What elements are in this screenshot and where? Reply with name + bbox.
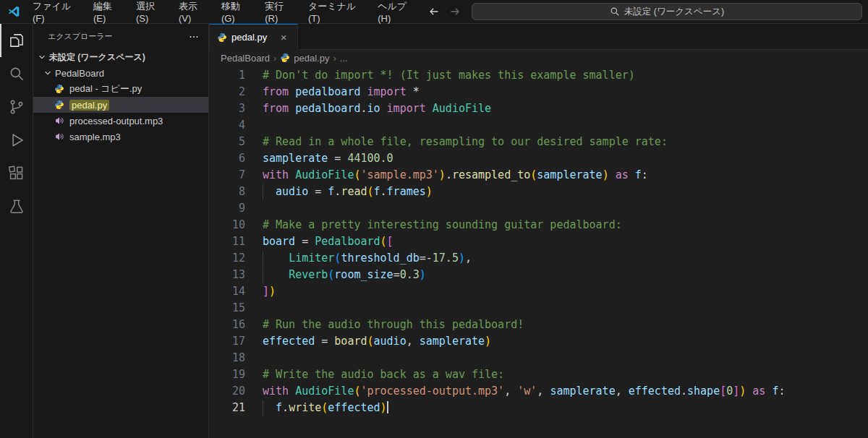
code-line-text: ]) xyxy=(245,283,276,300)
line-number[interactable]: 5 xyxy=(209,134,245,150)
code-line[interactable]: 4 xyxy=(209,117,868,134)
code-line-text: effected = board(audio, samplerate) xyxy=(245,333,491,350)
line-number[interactable]: 8 xyxy=(209,184,245,200)
indent-guide xyxy=(263,267,263,283)
more-actions-icon[interactable] xyxy=(188,31,200,43)
code-line[interactable]: 20with AudioFile('processed-output.mp3',… xyxy=(209,383,868,400)
line-number[interactable]: 7 xyxy=(209,167,245,184)
menu-edit[interactable]: 編集(E) xyxy=(87,0,129,23)
vscode-logo-icon xyxy=(7,5,20,18)
line-number[interactable]: 15 xyxy=(209,300,245,317)
line-number[interactable]: 20 xyxy=(209,383,245,400)
code-line-text: # Make a pretty interesting sounding gui… xyxy=(245,217,622,233)
file-item[interactable]: sample.mp3 xyxy=(33,129,208,145)
line-number[interactable]: 9 xyxy=(209,200,245,217)
editor-area: pedal.py × PedalBoard › pedal.py › ... 1… xyxy=(209,24,868,438)
menu-run[interactable]: 実行(R) xyxy=(258,0,302,23)
code-line[interactable]: 5# Read in a whole file, resampling to o… xyxy=(209,134,868,150)
code-line-text xyxy=(245,200,263,217)
line-number[interactable]: 12 xyxy=(209,250,245,267)
activity-run-debug[interactable] xyxy=(0,124,33,157)
line-number[interactable]: 1 xyxy=(209,67,245,84)
line-number[interactable]: 16 xyxy=(209,317,245,333)
code-line[interactable]: 21 f.write(effected) xyxy=(209,400,868,416)
file-name: pedal - コピー.py xyxy=(69,82,142,95)
activity-extensions[interactable] xyxy=(0,157,33,190)
file-item[interactable]: pedal - コピー.py xyxy=(33,81,208,97)
code-line[interactable]: 3from pedalboard.io import AudioFile xyxy=(209,100,868,117)
code-line[interactable]: 11board = Pedalboard([ xyxy=(209,233,868,250)
run-icon xyxy=(7,131,26,150)
code-line-text: from pedalboard import * xyxy=(245,84,420,100)
text-cursor xyxy=(387,401,388,413)
code-line[interactable]: 8 audio = f.read(f.frames) xyxy=(209,184,868,200)
line-number[interactable]: 4 xyxy=(209,117,245,134)
back-arrow-icon[interactable] xyxy=(426,3,443,20)
code-line[interactable]: 18 xyxy=(209,350,868,366)
python-icon xyxy=(217,33,227,43)
code-line-text: # Write the audio back as a wav file: xyxy=(245,366,504,383)
menu-file[interactable]: ファイル(F) xyxy=(26,0,87,23)
search-icon xyxy=(7,64,26,83)
line-number[interactable]: 3 xyxy=(209,100,245,117)
code-line[interactable]: 13 Reverb(room_size=0.3) xyxy=(209,267,868,283)
menu-go[interactable]: 移動(G) xyxy=(215,0,258,23)
code-line[interactable]: 15 xyxy=(209,300,868,317)
code-line-text: board = Pedalboard([ xyxy=(245,233,393,250)
code-line[interactable]: 7with AudioFile('sample.mp3').resampled_… xyxy=(209,167,868,184)
breadcrumb-file[interactable]: pedal.py xyxy=(294,53,329,64)
code-line-text xyxy=(245,350,263,366)
code-line[interactable]: 12 Limiter(threshold_db=-17.5), xyxy=(209,250,868,267)
code-line[interactable]: 6samplerate = 44100.0 xyxy=(209,150,868,167)
file-name: sample.mp3 xyxy=(69,132,121,142)
code-line-text: with AudioFile('sample.mp3').resampled_t… xyxy=(245,167,648,184)
code-line[interactable]: 17effected = board(audio, samplerate) xyxy=(209,333,868,350)
code-line[interactable]: 10# Make a pretty interesting sounding g… xyxy=(209,217,868,233)
line-number[interactable]: 19 xyxy=(209,366,245,383)
line-number[interactable]: 21 xyxy=(209,400,245,416)
tab-pedal-py[interactable]: pedal.py × xyxy=(209,24,298,50)
file-item[interactable]: processed-output.mp3 xyxy=(33,113,208,129)
line-number[interactable]: 2 xyxy=(209,84,245,100)
menu-view[interactable]: 表示(V) xyxy=(172,0,215,23)
code-line[interactable]: 1# Don't do import *! (It just makes thi… xyxy=(209,67,868,84)
menu-selection[interactable]: 選択(S) xyxy=(129,0,172,23)
code-line[interactable]: 19# Write the audio back as a wav file: xyxy=(209,366,868,383)
code-line[interactable]: 14]) xyxy=(209,283,868,300)
code-line[interactable]: 16# Run the audio through this pedalboar… xyxy=(209,317,868,333)
code-line-text: with AudioFile('processed-output.mp3', '… xyxy=(245,383,786,400)
explorer-icon xyxy=(7,31,26,50)
line-number[interactable]: 13 xyxy=(209,267,245,283)
activity-source-control[interactable] xyxy=(0,90,33,124)
menu-help[interactable]: ヘルプ(H) xyxy=(371,0,424,23)
line-number[interactable]: 11 xyxy=(209,233,245,250)
command-center-label: 未設定 (ワークスペース) xyxy=(624,6,724,18)
code-line-text: f.write(effected) xyxy=(245,400,388,416)
code-area: 1# Don't do import *! (It just makes thi… xyxy=(209,66,868,416)
menu-terminal[interactable]: ターミナル(T) xyxy=(302,0,371,23)
line-number[interactable]: 10 xyxy=(209,217,245,233)
command-center[interactable]: 未設定 (ワークスペース) xyxy=(472,3,862,20)
line-number[interactable]: 14 xyxy=(209,283,245,300)
scm-icon xyxy=(7,98,26,116)
line-number[interactable]: 17 xyxy=(209,333,245,350)
line-number[interactable]: 6 xyxy=(209,150,245,167)
close-icon[interactable]: × xyxy=(277,31,290,43)
file-list: pedal - コピー.pypedal.pyprocessed-output.m… xyxy=(33,81,208,145)
workspace-root[interactable]: 未設定 (ワークスペース) xyxy=(33,49,208,65)
code-line[interactable]: 9 xyxy=(209,200,868,217)
breadcrumb-symbol[interactable]: ... xyxy=(340,53,348,64)
code-line-text: from pedalboard.io import AudioFile xyxy=(245,100,491,117)
line-number[interactable]: 18 xyxy=(209,350,245,366)
chevron-down-icon xyxy=(42,67,54,79)
code-line-text: Limiter(threshold_db=-17.5), xyxy=(245,250,472,267)
forward-arrow-icon[interactable] xyxy=(447,3,464,20)
folder-pedalboard[interactable]: PedalBoard xyxy=(33,65,208,81)
activity-search[interactable] xyxy=(0,57,33,90)
breadcrumb-folder[interactable]: PedalBoard xyxy=(221,53,270,64)
code-line[interactable]: 2from pedalboard import * xyxy=(209,84,868,100)
activity-explorer[interactable] xyxy=(0,24,33,57)
activity-testing[interactable] xyxy=(0,190,33,223)
python-icon xyxy=(54,84,65,95)
file-item[interactable]: pedal.py xyxy=(33,97,208,113)
